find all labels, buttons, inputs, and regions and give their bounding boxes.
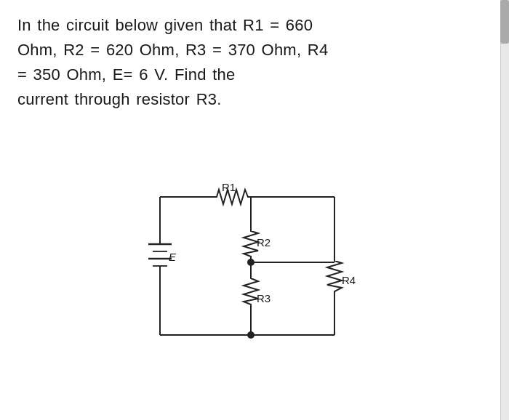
problem-text: In the circuit below given that R1 = 660… [17,13,492,112]
label-R3: R3 [257,292,270,304]
scrollbar-track[interactable] [500,0,509,420]
label-R4: R4 [342,274,356,286]
problem-line2: Ohm, R2 = 620 Ohm, R3 = 370 Ohm, R4 [17,41,328,59]
page: In the circuit below given that R1 = 660… [0,0,509,420]
problem-line3: = 350 Ohm, E= 6 V. Find the [17,65,235,84]
problem-line1: In the circuit below given that R1 = 660 [17,16,313,34]
circuit-diagram: E R1 R4 R2 [17,119,492,413]
circuit-svg: E R1 R4 R2 [116,161,393,371]
scrollbar-thumb[interactable] [500,0,509,44]
junction-bottom [247,331,254,339]
label-E: E [169,251,177,263]
problem-line4: current through resistor R3. [17,90,222,108]
